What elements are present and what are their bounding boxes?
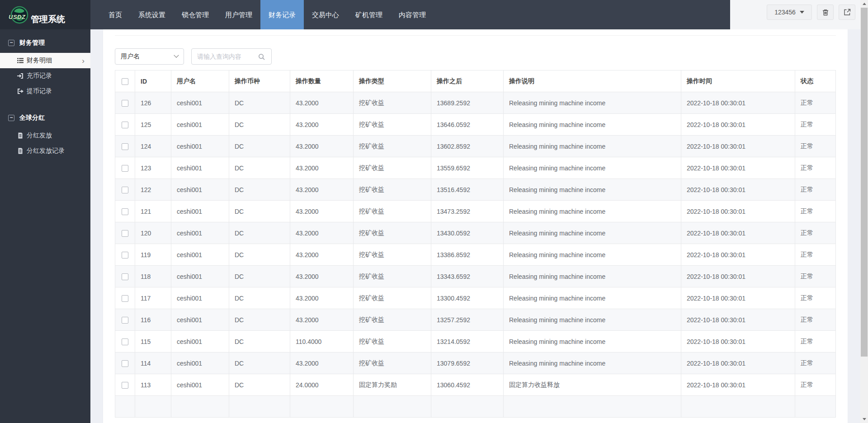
chevron-down-icon [174,53,179,58]
table-row: 117ceshi001DC43.2000挖矿收益13300.4592Releas… [115,287,836,309]
row-checkbox[interactable] [122,100,128,107]
nav-menu: 首页系统设置锁仓管理用户管理财务记录交易中心矿机管理内容管理 [100,0,434,29]
column-header: 操作币种 [229,70,290,92]
scroll-up-arrow[interactable] [860,0,868,7]
nav-item[interactable]: 矿机管理 [347,0,391,29]
document-icon [17,132,24,139]
row-checkbox[interactable] [122,230,128,237]
chevron-right-icon: › [82,57,85,65]
nav-item[interactable]: 财务记录 [260,0,304,29]
cell-id: 124 [135,136,171,157]
cell-currency: DC [229,331,290,352]
cell-id: 115 [135,331,171,352]
cell-description: Releasing mining machine income [504,287,681,309]
scrollbar-thumb[interactable] [861,8,868,357]
sidebar-item[interactable]: 分红发放记录 [0,143,90,159]
sidebar-item[interactable]: 提币记录 [0,84,90,99]
column-header: 状态 [795,70,836,92]
select-all-checkbox[interactable] [122,78,128,85]
cell-id: 120 [135,222,171,244]
filter-field-select[interactable]: 用户名 [115,48,184,65]
sidebar-item[interactable]: 分红发放 [0,128,90,143]
clear-cache-button[interactable] [817,5,834,20]
withdraw-icon [17,88,24,94]
cell-currency: DC [229,352,290,374]
row-checkbox[interactable] [122,360,128,367]
cell-description: Releasing mining machine income [504,136,681,157]
sidebar-item-label: 充币记录 [27,72,52,80]
nav-item[interactable]: 首页 [100,0,130,29]
sidebar-section-title[interactable]: −财务管理 [0,29,90,53]
cell-currency: DC [229,309,290,331]
row-checkbox[interactable] [122,165,128,172]
user-dropdown[interactable]: 123456 [767,5,812,20]
nav-item[interactable]: 锁仓管理 [174,0,217,29]
row-checkbox[interactable] [122,317,128,324]
cell-id: 126 [135,92,171,114]
row-checkbox-cell [115,352,135,374]
nav-item[interactable]: 交易中心 [304,0,347,29]
cell-time: 2022-10-18 00:30:01 [681,244,795,266]
cell-description: Releasing mining machine income [504,266,681,287]
table-row: 126ceshi001DC43.2000挖矿收益13689.2592Releas… [115,92,836,114]
cell-amount: 110.4000 [290,331,354,352]
logo-text: USDZ [9,14,25,20]
main-content: 财务明细 用户名 [90,0,868,423]
cell-username: ceshi001 [171,92,229,114]
trash-icon [822,9,829,16]
vertical-scrollbar[interactable] [860,0,868,423]
cell-username: ceshi001 [171,287,229,309]
filter-row: 用户名 [115,48,836,65]
cell-username: ceshi001 [171,179,229,201]
cell-amount: 43.2000 [290,244,354,266]
row-checkbox[interactable] [122,273,128,280]
cell-amount: 24.0000 [290,374,354,396]
sidebar-item[interactable]: 财务明细› [0,53,90,68]
cell-after: 13060.4592 [431,374,504,396]
content-card: 财务明细 用户名 [103,10,848,423]
table-row: 119ceshi001DC43.2000挖矿收益13386.8592Releas… [115,244,836,266]
cell-status: 正常 [795,309,836,331]
cell-status: 正常 [795,201,836,222]
search-input[interactable] [197,53,258,60]
cell-after: 13214.0592 [431,331,504,352]
cell-type: 挖矿收益 [354,222,431,244]
row-checkbox[interactable] [122,208,128,215]
cell-description: Releasing mining machine income [504,309,681,331]
cell-type: 挖矿收益 [354,244,431,266]
cell-status: 正常 [795,244,836,266]
nav-item[interactable]: 内容管理 [391,0,434,29]
row-checkbox[interactable] [122,338,128,345]
cell-description: Releasing mining machine income [504,244,681,266]
cell-currency: DC [229,374,290,396]
cell-id: 113 [135,374,171,396]
sidebar-item[interactable]: 充币记录 [0,68,90,84]
row-checkbox[interactable] [122,382,128,389]
cell-username: ceshi001 [171,201,229,222]
row-checkbox-cell [115,309,135,331]
sidebar-section-title[interactable]: −全球分红 [0,104,90,128]
cell-status: 正常 [795,157,836,179]
nav-item[interactable]: 用户管理 [217,0,260,29]
sidebar-item-label: 提币记录 [27,87,52,95]
row-checkbox[interactable] [122,122,128,128]
row-checkbox[interactable] [122,143,128,150]
row-checkbox[interactable] [122,187,128,193]
row-checkbox[interactable] [122,295,128,302]
nav-item[interactable]: 系统设置 [130,0,174,29]
cell-status: 正常 [795,222,836,244]
cell-id: 121 [135,201,171,222]
deposit-icon [17,73,24,79]
search-icon[interactable] [258,53,265,60]
logout-button[interactable] [839,5,855,20]
collapse-icon: − [8,40,14,46]
table-row: 115ceshi001DC110.4000挖矿收益13214.0592Relea… [115,331,836,352]
row-checkbox[interactable] [122,252,128,258]
cell-amount: 43.2000 [290,179,354,201]
cell-description: Releasing mining machine income [504,92,681,114]
scroll-down-arrow[interactable] [860,416,868,423]
cell-after: 13473.2592 [431,201,504,222]
cell-username: ceshi001 [171,136,229,157]
sidebar: −财务管理财务明细›充币记录提币记录−全球分红分红发放分红发放记录 [0,29,90,423]
table-row: 121ceshi001DC43.2000挖矿收益13473.2592Releas… [115,201,836,222]
